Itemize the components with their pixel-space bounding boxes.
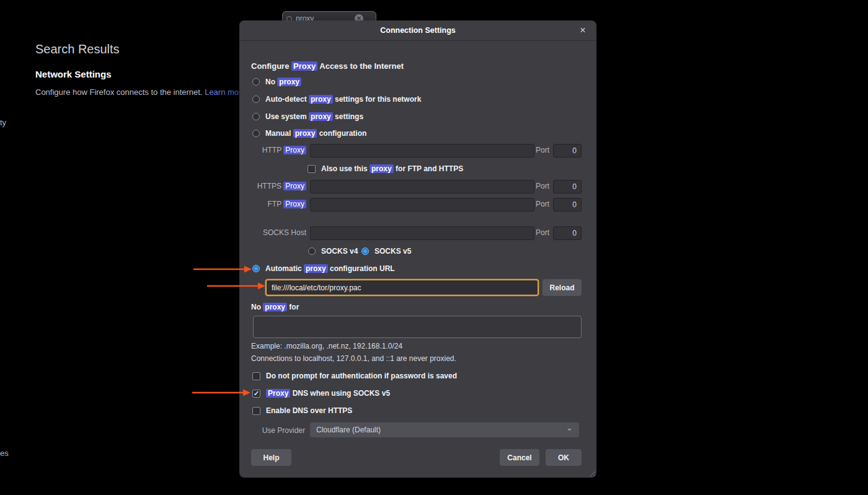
socks-port-input[interactable] [553,226,582,240]
no-prompt-auth-checkbox[interactable] [252,372,260,380]
dialog-header: Connection Settings × [239,20,596,41]
screen: Search Results Network Settings Configur… [0,0,868,495]
http-proxy-row: HTTP Proxy Port [239,144,596,158]
chevron-down-icon: ⌄ [566,423,573,432]
also-use-proxy-row[interactable]: Also use this proxy for FTP and HTTPS [308,164,463,174]
socks-port-label: Port [536,228,552,237]
page-title: Search Results [35,42,120,56]
ftp-proxy-label: FTP Proxy [239,200,306,208]
radio-system-proxy[interactable] [252,113,260,120]
radio-manual-proxy[interactable] [252,130,260,137]
socks-v4-option[interactable]: SOCKS v4 [308,246,358,256]
heading-highlight: Proxy [291,61,317,71]
socks-host-row: SOCKS Host Port [239,226,596,240]
provider-dropdown[interactable]: Cloudflare (Default) ⌄ [310,422,579,437]
radio-row-manual-proxy[interactable]: Manual proxy configuration [252,128,366,138]
radio-automatic-proxy[interactable] [252,265,260,272]
http-port-input[interactable] [553,144,582,158]
use-provider-label: Use Provider [239,426,305,435]
ok-button[interactable]: OK [546,449,582,466]
sidebar-text-fragment-top: ty [0,118,6,127]
radio-row-automatic-proxy[interactable]: Automatic proxy configuration URL [252,264,395,274]
reload-button[interactable]: Reload [542,279,582,296]
socks-v5-option[interactable]: SOCKS v5 [361,246,411,256]
radio-row-no-proxy[interactable]: No proxy [252,77,301,87]
radio-socks-v5[interactable] [361,248,369,255]
ftp-port-input[interactable] [553,198,582,212]
heading-pre: Configure [251,61,291,71]
https-proxy-row: HTTPS Proxy Port [239,180,596,194]
dialog-heading: Configure Proxy Access to the Internet [251,61,404,71]
close-icon[interactable]: × [575,23,590,38]
https-proxy-input[interactable] [310,180,534,194]
https-port-label: Port [536,182,552,190]
http-port-label: Port [536,146,552,154]
socks-host-input[interactable] [310,226,534,240]
ftp-proxy-row: FTP Proxy Port [239,198,596,212]
cancel-button[interactable]: Cancel [500,449,539,466]
annotation-arrow-url-input [207,282,266,290]
dns-over-https-checkbox[interactable] [252,407,260,415]
also-use-proxy-checkbox[interactable] [308,165,316,173]
radio-no-proxy[interactable] [252,78,260,86]
radio-row-auto-detect[interactable]: Auto-detect proxy settings for this netw… [252,94,421,104]
radio-socks-v4[interactable] [308,248,316,255]
dialog-title: Connection Settings [380,26,456,35]
network-settings-heading: Network Settings [35,69,112,79]
no-prompt-auth-row[interactable]: Do not prompt for authentication if pass… [252,371,457,381]
socks-host-label: SOCKS Host [239,228,306,237]
learn-more-link[interactable]: Learn mor [205,87,241,97]
ftp-proxy-input[interactable] [310,198,534,212]
socks-v4-label: SOCKS v4 [321,247,358,256]
connection-settings-dialog: Connection Settings × Configure Proxy Ac… [239,20,596,478]
sidebar-text-fragment-bottom: es [0,448,9,458]
help-button[interactable]: Help [251,449,291,466]
network-settings-description: Configure how Firefox connects to the in… [35,87,241,97]
https-proxy-label: HTTPS Proxy [239,182,306,190]
proxy-dns-socks5-row[interactable]: ✓ Proxy DNS when using SOCKS v5 [252,388,390,398]
auto-config-url-input[interactable] [265,279,539,296]
http-proxy-label: HTTP Proxy [239,146,306,154]
annotation-arrow-automatic-radio [193,265,252,274]
ftp-port-label: Port [536,200,552,208]
example-text: Example: .mozilla.org, .net.nz, 192.168.… [251,342,402,350]
http-proxy-input[interactable] [310,144,534,158]
https-port-input[interactable] [553,180,582,194]
radio-auto-detect[interactable] [252,96,260,103]
radio-row-system-proxy[interactable]: Use system proxy settings [252,112,363,122]
dns-over-https-row[interactable]: Enable DNS over HTTPS [252,406,352,416]
annotation-arrow-proxy-dns-checkbox [192,388,251,397]
socks-v5-label: SOCKS v5 [374,247,411,256]
heading-post: Access to the Internet [317,61,404,71]
provider-dropdown-value: Cloudflare (Default) [316,426,381,434]
description-text: Configure how Firefox connects to the in… [35,87,205,97]
no-proxy-for-input[interactable] [253,316,582,338]
proxy-dns-socks5-checkbox[interactable]: ✓ [252,390,260,398]
resize-grip[interactable] [588,469,595,476]
never-proxied-text: Connections to localhost, 127.0.0.1, and… [251,354,456,363]
no-proxy-for-label: No proxy for [251,303,299,311]
